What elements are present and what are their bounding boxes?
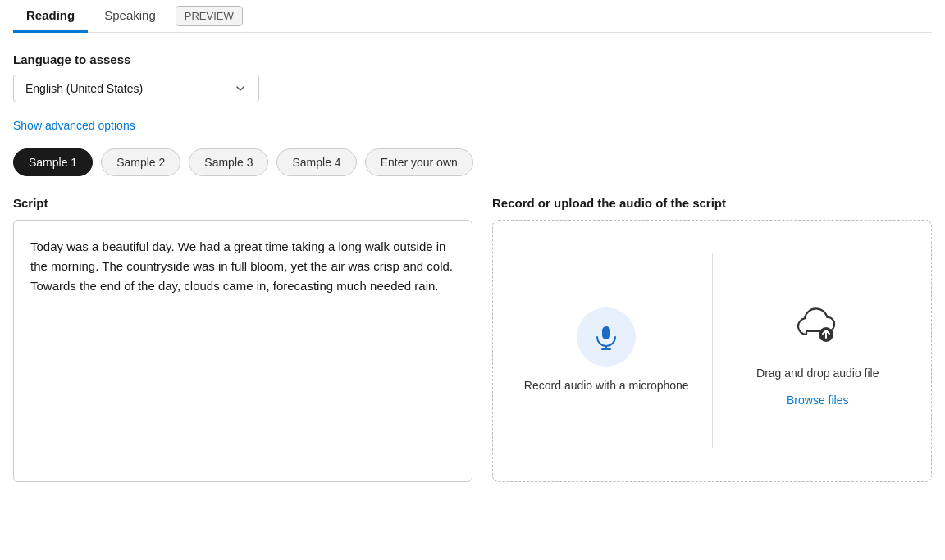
tab-speaking[interactable]: Speaking [91,0,169,33]
tab-preview[interactable]: PREVIEW [176,6,243,26]
main-content: Script Today was a beautiful day. We had… [13,196,932,482]
language-section: Language to assess English (United State… [13,52,932,102]
show-advanced-options-button[interactable]: Show advanced options [13,119,135,132]
script-column: Script Today was a beautiful day. We had… [13,196,472,482]
record-option: Record audio with a microphone [509,307,704,394]
upload-box: Record audio with a microphone Drag and … [492,220,932,482]
cloud-upload-icon [795,305,841,344]
tab-reading[interactable]: Reading [13,0,88,33]
tab-bar: Reading Speaking PREVIEW [13,0,932,33]
script-text: Today was a beautiful day. We had a grea… [30,239,453,293]
cloud-upload-button[interactable] [788,295,847,354]
pill-sample4[interactable]: Sample 4 [276,148,356,176]
pill-sample1[interactable]: Sample 1 [13,148,93,176]
drag-drop-option: Drag and drop audio file Browse files [721,295,915,407]
pill-sample2[interactable]: Sample 2 [101,148,180,176]
script-label: Script [13,196,472,210]
record-label: Record audio with a microphone [524,378,689,394]
pill-enter-own[interactable]: Enter your own [365,148,473,176]
pill-sample3[interactable]: Sample 3 [189,148,268,176]
microphone-button[interactable] [577,307,636,367]
language-selected-value: English (United States) [25,82,143,95]
language-dropdown[interactable]: English (United States) [13,75,259,102]
upload-column: Record or upload the audio of the script… [492,196,932,482]
sample-pills: Sample 1 Sample 2 Sample 3 Sample 4 Ente… [13,148,932,176]
svg-rect-0 [602,326,610,339]
microphone-icon [592,323,620,351]
vertical-divider [712,253,713,448]
drag-label: Drag and drop audio file [756,366,879,382]
browse-files-link[interactable]: Browse files [787,394,848,407]
chevron-down-icon [234,82,247,95]
upload-label: Record or upload the audio of the script [492,196,932,210]
language-label: Language to assess [13,52,932,66]
script-text-box: Today was a beautiful day. We had a grea… [13,220,472,482]
